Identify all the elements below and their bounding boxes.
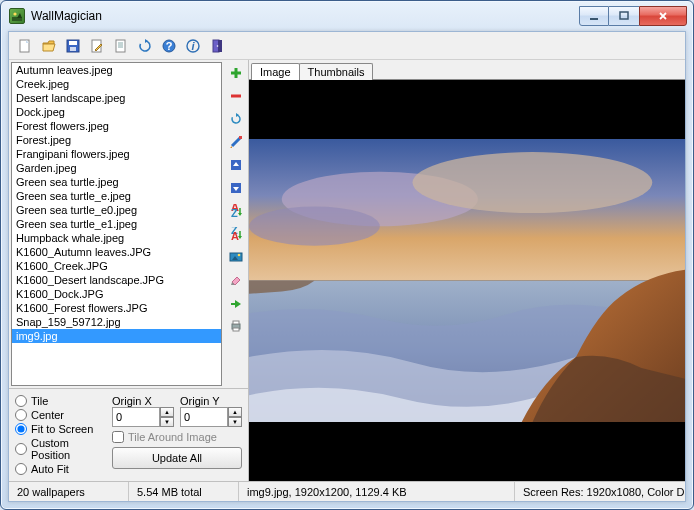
file-item[interactable]: Frangipani flowers.jpeg — [12, 147, 221, 161]
layout-options: TileCenterFit to ScreenCustom PositionAu… — [9, 388, 248, 481]
position-radio[interactable]: Center — [15, 409, 102, 421]
edit-icon[interactable] — [87, 36, 107, 56]
svg-rect-7 — [69, 41, 77, 45]
svg-rect-20 — [218, 40, 222, 52]
preview-image — [249, 139, 685, 422]
svg-marker-37 — [231, 300, 241, 308]
status-count: 20 wallpapers — [9, 482, 129, 501]
origin-y-label: Origin Y — [180, 395, 242, 407]
move-down-icon[interactable] — [227, 179, 245, 197]
tile-around-checkbox[interactable]: Tile Around Image — [112, 431, 242, 443]
main-toolbar: ? i — [9, 32, 685, 60]
spin-up-icon[interactable]: ▲ — [228, 407, 242, 417]
move-up-icon[interactable] — [227, 156, 245, 174]
sort-asc-icon[interactable]: AZ — [227, 202, 245, 220]
svg-rect-4 — [620, 12, 628, 19]
file-item[interactable]: Green sea turtle_e1.jpeg — [12, 217, 221, 231]
file-item[interactable]: Forest flowers.jpeg — [12, 119, 221, 133]
status-screen: Screen Res: 1920x1080, Color D — [515, 482, 685, 501]
rotate-icon[interactable] — [227, 110, 245, 128]
save-icon[interactable] — [63, 36, 83, 56]
preview-tabs: ImageThumbnails — [249, 60, 685, 80]
print-icon[interactable] — [227, 317, 245, 335]
spin-down-icon[interactable]: ▼ — [228, 417, 242, 427]
svg-text:?: ? — [166, 40, 173, 52]
position-radio[interactable]: Fit to Screen — [15, 423, 102, 435]
file-item[interactable]: Humpback whale.jpeg — [12, 231, 221, 245]
file-item[interactable]: img9.jpg — [12, 329, 221, 343]
set-wallpaper-icon[interactable] — [227, 248, 245, 266]
svg-point-1 — [13, 12, 16, 15]
status-size: 5.54 MB total — [129, 482, 239, 501]
position-radio[interactable]: Custom Position — [15, 437, 102, 461]
apply-icon[interactable] — [227, 294, 245, 312]
refresh-icon[interactable] — [135, 36, 155, 56]
file-item[interactable]: Green sea turtle_e.jpeg — [12, 189, 221, 203]
info-icon[interactable]: i — [183, 36, 203, 56]
position-radios: TileCenterFit to ScreenCustom PositionAu… — [15, 395, 102, 475]
app-window: WallMagician ? i Autumn leaves.jpegCreek… — [0, 0, 694, 510]
help-icon[interactable]: ? — [159, 36, 179, 56]
file-item[interactable]: K1600_Desert landscape.JPG — [12, 273, 221, 287]
position-radio[interactable]: Tile — [15, 395, 102, 407]
file-item[interactable]: Desert landscape.jpeg — [12, 91, 221, 105]
svg-rect-3 — [590, 18, 598, 20]
titlebar: WallMagician — [1, 1, 693, 31]
file-item[interactable]: Green sea turtle_e0.jpeg — [12, 203, 221, 217]
svg-point-44 — [249, 206, 380, 245]
svg-rect-10 — [116, 40, 125, 52]
svg-point-36 — [238, 254, 241, 257]
file-item[interactable]: Garden.jpeg — [12, 161, 221, 175]
file-item[interactable]: Forest.jpeg — [12, 133, 221, 147]
open-icon[interactable] — [39, 36, 59, 56]
status-current: img9.jpg, 1920x1200, 1129.4 KB — [239, 482, 515, 501]
add-icon[interactable] — [227, 64, 245, 82]
update-all-button[interactable]: Update All — [112, 447, 242, 469]
left-panel: Autumn leaves.jpegCreek.jpegDesert lands… — [9, 60, 249, 481]
file-item[interactable]: K1600_Dock.JPG — [12, 287, 221, 301]
app-icon — [9, 8, 25, 24]
origin-x-label: Origin X — [112, 395, 174, 407]
svg-rect-40 — [233, 328, 239, 331]
image-preview — [249, 80, 685, 481]
remove-icon[interactable] — [227, 87, 245, 105]
draw-icon[interactable] — [227, 133, 245, 151]
new-icon[interactable] — [15, 36, 35, 56]
clear-icon[interactable] — [227, 271, 245, 289]
file-item[interactable]: K1600_Forest flowers.JPG — [12, 301, 221, 315]
svg-rect-23 — [239, 136, 242, 139]
file-list[interactable]: Autumn leaves.jpegCreek.jpegDesert lands… — [11, 62, 222, 386]
svg-rect-39 — [233, 321, 239, 324]
position-radio[interactable]: Auto Fit — [15, 463, 102, 475]
page-icon[interactable] — [111, 36, 131, 56]
file-item[interactable]: Snap_159_59712.jpg — [12, 315, 221, 329]
tab-thumbnails[interactable]: Thumbnails — [299, 63, 374, 80]
origin-x-input[interactable]: ▲▼ — [112, 407, 174, 427]
svg-text:Z: Z — [231, 207, 238, 218]
spin-down-icon[interactable]: ▼ — [160, 417, 174, 427]
origin-y-input[interactable]: ▲▼ — [180, 407, 242, 427]
close-button[interactable] — [639, 6, 687, 26]
svg-marker-30 — [238, 213, 242, 216]
minimize-button[interactable] — [579, 6, 609, 26]
file-item[interactable]: Creek.jpeg — [12, 77, 221, 91]
svg-rect-8 — [70, 47, 76, 51]
svg-point-43 — [413, 152, 653, 213]
file-item[interactable]: Autumn leaves.jpeg — [12, 63, 221, 77]
client-area: ? i Autumn leaves.jpegCreek.jpegDesert l… — [8, 31, 686, 502]
sort-desc-icon[interactable]: ZA — [227, 225, 245, 243]
spin-up-icon[interactable]: ▲ — [160, 407, 174, 417]
svg-text:A: A — [231, 230, 239, 241]
file-item[interactable]: K1600_Autumn leaves.JPG — [12, 245, 221, 259]
svg-text:i: i — [191, 40, 195, 52]
side-toolbar: AZ ZA — [224, 60, 248, 388]
exit-icon[interactable] — [207, 36, 227, 56]
file-item[interactable]: Dock.jpeg — [12, 105, 221, 119]
window-title: WallMagician — [31, 9, 579, 23]
svg-marker-2 — [17, 13, 22, 18]
maximize-button[interactable] — [609, 6, 639, 26]
file-item[interactable]: Green sea turtle.jpeg — [12, 175, 221, 189]
status-bar: 20 wallpapers 5.54 MB total img9.jpg, 19… — [9, 481, 685, 501]
file-item[interactable]: K1600_Creek.JPG — [12, 259, 221, 273]
tab-image[interactable]: Image — [251, 63, 300, 80]
